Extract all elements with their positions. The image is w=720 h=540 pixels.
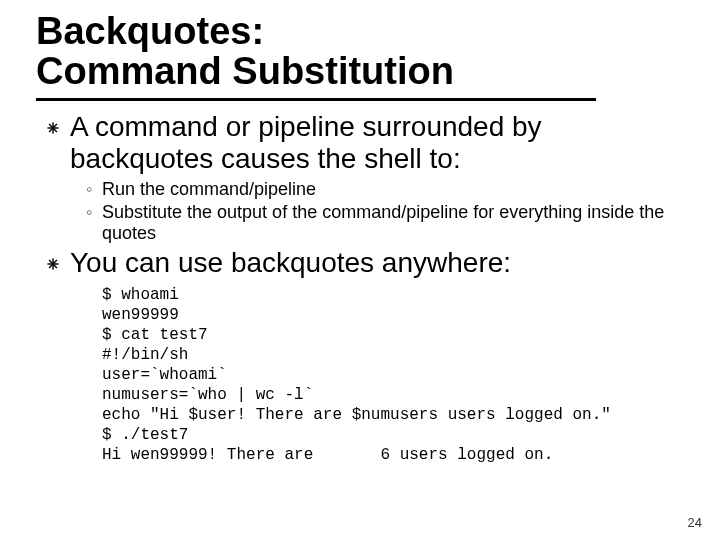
bullet-item: A command or pipeline surrounded by back…: [46, 111, 684, 175]
slide-title: Backquotes: Command Substitution: [36, 12, 684, 92]
sub-bullet-item: ◦ Run the command/pipeline: [86, 179, 684, 201]
bullet-item: You can use backquotes anywhere:: [46, 247, 684, 279]
sub-bullet-icon: ◦: [86, 202, 102, 224]
bullet-text: You can use backquotes anywhere:: [70, 247, 511, 279]
title-underline: [36, 98, 596, 101]
slide: Backquotes: Command Substitution A comma…: [0, 0, 720, 465]
sub-bullet-icon: ◦: [86, 179, 102, 201]
title-line-1: Backquotes:: [36, 12, 684, 52]
asterisk-icon: [46, 121, 64, 135]
code-block: $ whoami wen99999 $ cat test7 #!/bin/sh …: [102, 285, 684, 465]
content-area: A command or pipeline surrounded by back…: [36, 111, 684, 465]
sub-bullet-item: ◦ Substitute the output of the command/p…: [86, 202, 684, 245]
bullet-text: A command or pipeline surrounded by back…: [70, 111, 684, 175]
sub-bullet-text: Substitute the output of the command/pip…: [102, 202, 684, 245]
title-line-2: Command Substitution: [36, 52, 684, 92]
asterisk-icon: [46, 257, 64, 271]
sub-bullet-text: Run the command/pipeline: [102, 179, 316, 201]
page-number: 24: [688, 515, 702, 530]
sub-list: ◦ Run the command/pipeline ◦ Substitute …: [86, 179, 684, 245]
